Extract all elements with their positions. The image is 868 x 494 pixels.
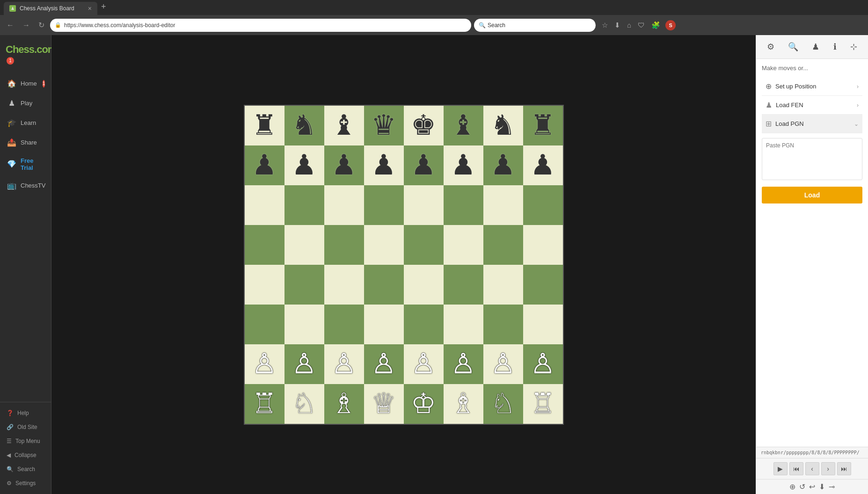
chess-square[interactable]: ♜ [523,106,563,145]
chess-square[interactable]: ♟ [364,145,404,185]
back-button[interactable]: ← [4,19,17,31]
bookmark-icon[interactable]: ☆ [600,20,609,31]
chess-square[interactable]: ♞ [284,106,324,145]
sidebar-item-collapse[interactable]: ◀ Collapse [0,448,51,462]
download-icon[interactable]: ⬇ [613,20,622,31]
chess-square[interactable]: ♟ [483,145,523,185]
chess-square[interactable] [284,225,324,265]
chess-square[interactable]: ♟ [284,145,324,185]
chess-square[interactable]: ♝ [444,106,483,145]
chess-square[interactable] [483,225,523,265]
chess-square[interactable] [444,225,483,265]
load-fen-item[interactable]: ♟ Load FEN › [762,96,862,115]
share-tool-button[interactable]: ⊹ [847,39,860,55]
skip-end-button[interactable]: ⏭ [837,462,851,475]
chess-square[interactable] [444,265,483,305]
chess-square[interactable] [245,185,284,225]
url-bar[interactable]: 🔒 https://www.chess.com/analysis-board-e… [50,19,471,32]
board-tool-button[interactable]: ⚙ [764,39,777,55]
chess-square[interactable]: ♞ [483,106,523,145]
chess-square[interactable] [404,265,444,305]
chess-square[interactable]: ♟ [324,145,364,185]
reload-button[interactable]: ↻ [36,19,47,31]
chess-square[interactable]: ♙ [404,344,444,384]
info-tool-button[interactable]: ℹ [831,39,839,55]
active-tab[interactable]: ♟ Chess Analysis Board × [4,2,97,15]
chess-square[interactable] [364,225,404,265]
chess-square[interactable]: ♟ [404,145,444,185]
chess-square[interactable] [483,185,523,225]
analysis-tool-button[interactable]: 🔍 [785,39,801,55]
sidebar-item-home[interactable]: 🏠 Home 1 [0,74,51,94]
sidebar-item-search[interactable]: 🔍 Search [0,462,51,476]
sidebar-item-share[interactable]: 📤 Share [0,133,51,153]
chess-square[interactable] [284,185,324,225]
chess-square[interactable]: ♙ [284,344,324,384]
sidebar-item-free-trial[interactable]: 💎 Free Trial [0,153,51,176]
chess-square[interactable] [523,305,563,344]
shield-icon[interactable]: 🛡 [636,20,646,30]
sidebar-item-chess-tv[interactable]: 📺 ChessTV [0,176,51,196]
play-button[interactable]: ▶ [773,462,788,475]
chess-square[interactable]: ♛ [364,106,404,145]
chess-square[interactable] [324,225,364,265]
profile-avatar[interactable]: S [665,20,676,30]
chess-square[interactable]: ♘ [483,384,523,424]
chess-square[interactable] [245,265,284,305]
chess-square[interactable]: ♟ [444,145,483,185]
share2-icon[interactable]: ⊸ [829,482,835,491]
chess-square[interactable]: ♙ [444,344,483,384]
chess-board[interactable]: ♜♞♝♛♚♝♞♜♟♟♟♟♟♟♟♟♙♙♙♙♙♙♙♙♖♘♗♕♔♗♘♖ [244,105,564,425]
forward-button[interactable]: → [20,19,33,31]
chess-square[interactable]: ♝ [324,106,364,145]
next-button[interactable]: › [821,462,835,475]
chess-square[interactable]: ♚ [404,106,444,145]
chess-square[interactable]: ♗ [444,384,483,424]
tab-close-button[interactable]: × [88,5,92,12]
chess-square[interactable] [324,265,364,305]
sidebar-item-top-menu[interactable]: ☰ Top Menu [0,434,51,448]
chess-square[interactable] [483,305,523,344]
chess-square[interactable]: ♔ [404,384,444,424]
chess-square[interactable] [364,305,404,344]
chess-square[interactable] [324,185,364,225]
chess-square[interactable] [404,185,444,225]
home-icon[interactable]: ⌂ [626,20,633,30]
chess-square[interactable] [483,265,523,305]
chess-square[interactable]: ♘ [284,384,324,424]
undo-icon[interactable]: ↩ [809,482,815,491]
load-button[interactable]: Load [762,187,862,203]
chess-square[interactable] [523,225,563,265]
chess-square[interactable]: ♜ [245,106,284,145]
chess-square[interactable] [284,265,324,305]
chess-square[interactable]: ♙ [245,344,284,384]
chess-square[interactable] [404,225,444,265]
chess-square[interactable]: ♟ [523,145,563,185]
download-icon[interactable]: ⬇ [819,482,825,491]
sidebar-item-settings[interactable]: ⚙ Settings [0,476,51,490]
chess-square[interactable] [523,265,563,305]
chess-square[interactable] [284,305,324,344]
chess-square[interactable] [364,185,404,225]
search-bar[interactable]: 🔍 Search [474,19,596,32]
chess-square[interactable] [364,265,404,305]
chess-square[interactable]: ♗ [324,384,364,424]
chess-square[interactable] [404,305,444,344]
sidebar-item-help[interactable]: ❓ Help [0,406,51,420]
chess-square[interactable]: ♙ [324,344,364,384]
reset-icon[interactable]: ↺ [799,482,805,491]
chess-square[interactable]: ♖ [245,384,284,424]
chess-square[interactable] [324,305,364,344]
chess-square[interactable]: ♖ [523,384,563,424]
chess-square[interactable]: ♙ [523,344,563,384]
chess-square[interactable] [523,185,563,225]
chess-square[interactable] [444,305,483,344]
new-tab-button[interactable]: + [97,0,110,15]
pieces-tool-button[interactable]: ♟ [809,39,822,55]
load-pgn-item[interactable]: ⊞ Load PGN ⌄ [762,115,862,133]
setup-position-item[interactable]: ⊕ Set up Position › [762,77,862,96]
chess-square[interactable]: ♕ [364,384,404,424]
chess-square[interactable] [444,185,483,225]
chess-square[interactable] [245,225,284,265]
chess-square[interactable] [245,305,284,344]
